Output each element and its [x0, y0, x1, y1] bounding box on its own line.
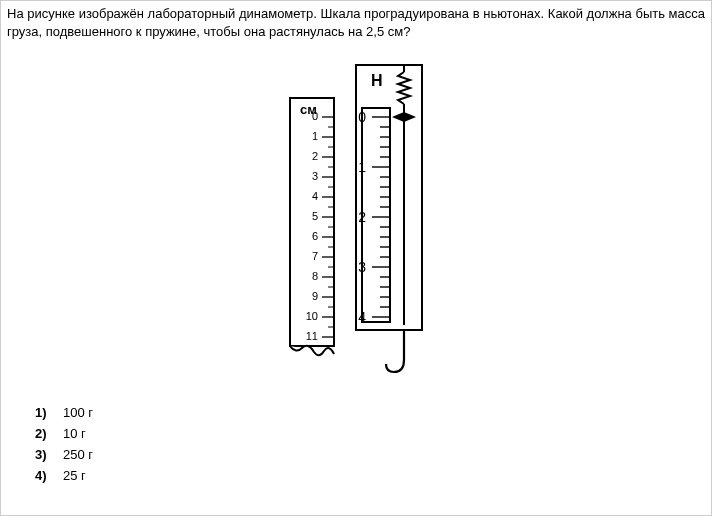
dynamometer-svg: Н 0	[276, 60, 436, 380]
cm-tick-10: 10	[306, 310, 318, 322]
cm-tick-4: 4	[312, 190, 318, 202]
option-text: 10 г	[63, 426, 86, 441]
n-tick-2: 2	[358, 209, 366, 225]
page: На рисунке изображён лабораторный динамо…	[0, 0, 712, 516]
option-4[interactable]: 4) 25 г	[35, 468, 705, 483]
options-list: 1) 100 г 2) 10 г 3) 250 г 4) 25 г	[35, 405, 705, 483]
figure-area: Н 0	[7, 60, 705, 383]
n-tick-1: 1	[358, 159, 366, 175]
cm-tick-11: 11	[306, 330, 318, 342]
n-tick-3: 3	[358, 259, 366, 275]
option-2[interactable]: 2) 10 г	[35, 426, 705, 441]
option-number: 4)	[35, 468, 63, 483]
cm-tick-0: 0	[312, 110, 318, 122]
n-tick-0: 0	[358, 109, 366, 125]
option-1[interactable]: 1) 100 г	[35, 405, 705, 420]
cm-tick-8: 8	[312, 270, 318, 282]
cm-tick-7: 7	[312, 250, 318, 262]
option-number: 3)	[35, 447, 63, 462]
option-number: 1)	[35, 405, 63, 420]
cm-tick-6: 6	[312, 230, 318, 242]
cm-tick-3: 3	[312, 170, 318, 182]
option-number: 2)	[35, 426, 63, 441]
cm-tick-2: 2	[312, 150, 318, 162]
option-text: 250 г	[63, 447, 93, 462]
option-3[interactable]: 3) 250 г	[35, 447, 705, 462]
scale-n-window	[362, 108, 390, 322]
option-text: 100 г	[63, 405, 93, 420]
scale-n-label: Н	[371, 72, 383, 89]
option-text: 25 г	[63, 468, 86, 483]
cm-tick-1: 1	[312, 130, 318, 142]
n-tick-4: 4	[358, 309, 366, 325]
hook	[386, 330, 404, 372]
question-text: На рисунке изображён лабораторный динамо…	[7, 5, 705, 40]
dynamometer-figure: Н 0	[276, 60, 436, 383]
cm-tick-9: 9	[312, 290, 318, 302]
cm-tick-5: 5	[312, 210, 318, 222]
